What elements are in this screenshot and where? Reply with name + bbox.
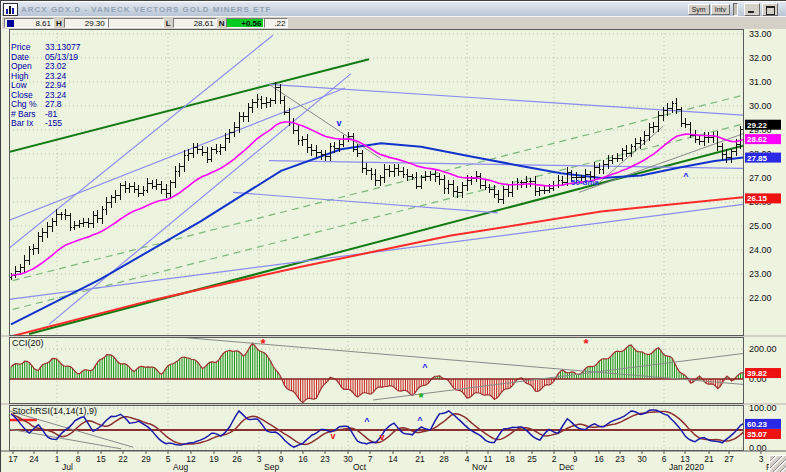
minimize-button[interactable] [744, 3, 760, 16]
svg-text:33.00: 33.00 [749, 29, 772, 39]
svg-text:60.23: 60.23 [747, 420, 768, 429]
svg-text:35.07: 35.07 [747, 430, 768, 439]
svg-text:23.00: 23.00 [749, 269, 772, 279]
svg-text:12: 12 [186, 454, 196, 464]
svg-text:26.15: 26.15 [747, 194, 768, 203]
svg-text:9: 9 [573, 454, 578, 464]
svg-text:17: 17 [8, 454, 18, 464]
svg-text:29.22: 29.22 [747, 121, 768, 130]
svg-text:5: 5 [166, 454, 171, 464]
svg-text:19: 19 [209, 454, 219, 464]
svg-text:^: ^ [364, 416, 370, 426]
svg-text:3: 3 [759, 454, 764, 464]
svg-text:^: ^ [417, 415, 423, 425]
svg-text:9: 9 [279, 454, 284, 464]
quote-field-3: 28.61 [173, 18, 217, 28]
svg-text:v: v [336, 118, 341, 128]
cci-panel-label: CCI(20) [12, 338, 44, 348]
svg-text:24.00: 24.00 [749, 245, 772, 255]
svg-text:7: 7 [368, 454, 373, 464]
quote-bar: 8.61H29.30L28.61N+0.56.22 [2, 16, 786, 29]
window-title: ARCX GDX.D - VANECK VECTORS GOLD MINERS … [21, 5, 688, 14]
quote-field-4: +0.56 [226, 18, 264, 28]
svg-text:3: 3 [257, 454, 262, 464]
resize-grip[interactable] [769, 455, 786, 472]
chart-window: ARCX GDX.D - VANECK VECTORS GOLD MINERS … [0, 0, 786, 472]
svg-text:v: v [379, 432, 384, 442]
svg-text:^: ^ [683, 171, 689, 181]
maximize-icon [766, 6, 775, 15]
svg-text:31.00: 31.00 [749, 77, 772, 87]
svg-text:14: 14 [388, 454, 398, 464]
cursor-info-row: Bar Ix-155 [11, 119, 80, 129]
svg-text:25.00: 25.00 [749, 221, 772, 231]
chart-canvas[interactable]: v^50-dma**^*vv^^33.0032.0031.0030.0029.0… [1, 29, 786, 472]
candlestick-chart-icon [3, 3, 18, 16]
svg-text:26: 26 [232, 454, 242, 464]
svg-text:30.00: 30.00 [749, 101, 772, 111]
svg-text:13: 13 [680, 454, 690, 464]
svg-text:Sep: Sep [264, 462, 279, 472]
svg-text:27.85: 27.85 [747, 154, 768, 163]
svg-text:22.00: 22.00 [749, 293, 772, 303]
svg-text:30: 30 [637, 454, 647, 464]
svg-text:28: 28 [439, 454, 449, 464]
svg-text:27.00: 27.00 [749, 173, 772, 183]
svg-text:8: 8 [76, 454, 81, 464]
svg-text:100.00: 100.00 [749, 403, 777, 413]
svg-text:11: 11 [484, 454, 493, 464]
svg-text:27: 27 [724, 454, 734, 464]
quote-field-2 [108, 18, 164, 28]
intv-button[interactable]: Intv [711, 4, 730, 15]
svg-text:Oct: Oct [353, 462, 367, 472]
maximize-button[interactable] [762, 3, 778, 16]
minimize-icon [748, 11, 754, 13]
svg-text:21: 21 [704, 454, 714, 464]
quote-field-label: N [219, 19, 225, 28]
svg-text:50-dma: 50-dma [571, 178, 600, 187]
svg-text:v: v [330, 431, 335, 441]
svg-text:15: 15 [96, 454, 106, 464]
quote-field-0: 8.61 [4, 18, 54, 28]
svg-text:30: 30 [343, 454, 353, 464]
svg-text:39.82: 39.82 [747, 369, 768, 378]
svg-text:2: 2 [552, 454, 557, 464]
svg-text:6: 6 [662, 454, 667, 464]
stoch-panel-label: StochRSI(14,14(1),9) [12, 406, 97, 416]
quote-marker-icon [7, 20, 14, 27]
svg-text:24: 24 [29, 454, 39, 464]
svg-text:32.00: 32.00 [749, 53, 772, 63]
svg-text:16: 16 [594, 454, 604, 464]
svg-text:22: 22 [118, 454, 128, 464]
quote-field-label: H [56, 19, 62, 28]
svg-text:25: 25 [527, 454, 537, 464]
svg-text:^: ^ [422, 362, 428, 372]
svg-text:23: 23 [615, 454, 625, 464]
svg-text:16: 16 [298, 454, 308, 464]
title-bar[interactable]: ARCX GDX.D - VANECK VECTORS GOLD MINERS … [2, 2, 786, 16]
svg-text:4: 4 [465, 454, 470, 464]
svg-text:Jul: Jul [62, 462, 73, 472]
quote-field-1: 29.30 [64, 18, 108, 28]
sym-button[interactable]: Sym [688, 4, 710, 15]
svg-text:200.00: 200.00 [749, 344, 777, 354]
svg-text:18: 18 [505, 454, 515, 464]
quote-field-5: .22 [264, 18, 288, 28]
cursor-info-readout: Price33.13077Date05/13/19Open23.02High23… [11, 43, 80, 129]
svg-text:21: 21 [415, 454, 425, 464]
svg-text:28.62: 28.62 [747, 135, 768, 144]
svg-text:1: 1 [55, 454, 60, 464]
svg-text:29: 29 [141, 454, 151, 464]
svg-text:23: 23 [320, 454, 330, 464]
quote-field-label: L [166, 19, 171, 28]
toolbar-separator [733, 3, 738, 16]
